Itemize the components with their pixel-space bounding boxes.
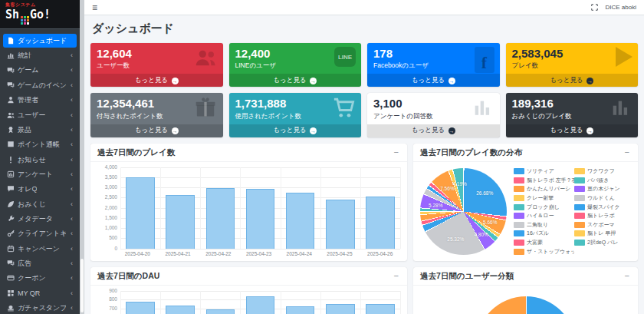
line-icon: LINE — [334, 47, 356, 67]
hamburger-menu-icon[interactable]: ≡ — [92, 3, 97, 12]
legend-item[interactable]: 脳トレラボ — [574, 211, 631, 220]
card-header: 過去7日間のプレイ数の分布 − — [413, 144, 638, 162]
legend-item[interactable]: ブロック崩し — [514, 203, 574, 212]
sidebar-item-label: オレQ — [18, 185, 37, 193]
charts-row-2: 過去7日間のDAU − 9008007006005004003002001000… — [90, 267, 638, 314]
chevron-left-icon: ‹ — [69, 66, 73, 74]
legend-label: 脳トレラボ 左手？右手？ — [527, 177, 574, 184]
legend-item[interactable]: ハイ＆ロー — [514, 211, 574, 220]
navbar-right: DICE aboki — [591, 4, 636, 11]
sidebar-item[interactable]: メタデータ‹ — [3, 212, 77, 226]
more-link[interactable]: もっと見る → — [90, 124, 223, 137]
sidebar-item[interactable]: おみくじ‹ — [3, 197, 77, 211]
sidebar-item[interactable]: 広告‹ — [3, 256, 77, 270]
plot-area — [120, 291, 400, 314]
more-link[interactable]: もっと見る → — [90, 74, 223, 87]
bar — [366, 197, 395, 249]
brand-logo[interactable]: 集客システム ShGo! — [0, 0, 80, 29]
sidebar-item[interactable]: クライアントキー‹ — [3, 226, 77, 240]
chevron-left-icon: ‹ — [69, 81, 73, 89]
sidebar-item-label: ポイント通帳 — [18, 140, 60, 148]
legend-item[interactable]: 16パズル — [514, 230, 574, 239]
sidebar-item[interactable]: オレQ‹ — [3, 182, 77, 196]
sidebar-item[interactable]: 統計‹ — [3, 48, 77, 62]
legend-item[interactable]: 豆の木ジャン — [574, 185, 631, 194]
pie-percent-label: 4.19% — [452, 180, 466, 186]
sidebar-item[interactable]: 管理者‹ — [3, 93, 77, 107]
sidebar-item-label: 管理者 — [18, 96, 38, 104]
more-link[interactable]: もっと見る → — [367, 74, 500, 87]
pie-percent-label: 7.56% — [440, 185, 454, 190]
legend-item[interactable]: ワクワクフ — [574, 167, 631, 177]
legend-item[interactable]: ソリティア — [514, 167, 574, 177]
collapse-icon[interactable]: − — [623, 272, 631, 280]
x-tick-label: 2025-04-24 — [279, 251, 320, 256]
pie-percent-label: 5.28% — [429, 202, 442, 207]
legend-item[interactable]: スケボーマ — [574, 220, 631, 230]
page-title: ダッシュボード — [92, 21, 638, 36]
card-header: 過去7日間のユーザー分類 − — [413, 267, 638, 286]
users-icon — [193, 47, 218, 68]
legend-item[interactable]: 脳トレラボ 左手？右手？ — [514, 176, 574, 185]
sidebar-item[interactable]: ポイント通帳‹ — [3, 137, 77, 151]
sidebar-scrollbar[interactable] — [80, 0, 84, 314]
more-link[interactable]: もっと見る → — [229, 74, 362, 87]
collapse-icon[interactable]: − — [393, 148, 400, 157]
legend-item[interactable]: 2択deQ バレ — [574, 238, 631, 247]
y-axis: 4,0003,5003,0002,5002,0001,5001,0005000 — [97, 167, 120, 249]
collapse-icon[interactable]: − — [623, 148, 631, 157]
bar — [286, 193, 315, 248]
legend-swatch — [514, 186, 524, 192]
legend-item[interactable]: ババ抜き — [574, 176, 631, 185]
legend-label: ザ・ストップウォッチ — [527, 248, 574, 256]
legend-item[interactable]: 二角取り — [514, 220, 574, 230]
collapse-icon[interactable]: − — [393, 272, 400, 280]
pie-percent-label: 26.68% — [476, 190, 493, 195]
sidebar-item[interactable]: お知らせ‹ — [3, 153, 77, 167]
sidebar-item-label: クーポン — [18, 274, 46, 282]
sidebar-item[interactable]: クーポン‹ — [3, 271, 77, 285]
sidebar-item[interactable]: ユーザー‹ — [3, 108, 77, 122]
file-icon — [7, 37, 15, 45]
legend-item[interactable]: 脳トレ 早押 — [574, 230, 631, 239]
legend-item[interactable]: 爆裂スパイク — [574, 203, 631, 212]
sidebar-item[interactable]: アンケート‹ — [3, 167, 77, 181]
legend-item[interactable]: ウルドくん — [574, 193, 631, 203]
chevron-left-icon: ‹ — [69, 170, 73, 178]
x-tick-label: 2025-04-23 — [238, 251, 279, 256]
sidebar-item[interactable]: ガチャスタンプ‹ — [3, 301, 77, 314]
sidebar-scrollbar-thumb[interactable] — [80, 259, 84, 312]
chevron-left-icon: ‹ — [69, 96, 73, 104]
sidebar-item-label: ゲーム — [18, 66, 38, 74]
sidebar-item[interactable]: 景品‹ — [3, 123, 77, 137]
user-name[interactable]: DICE aboki — [606, 4, 636, 11]
sidebar-item[interactable]: ゲームのイベント‹ — [3, 78, 77, 92]
legend-item[interactable]: ザ・ストップウォッチ — [514, 247, 574, 256]
legend-item[interactable]: かんたんリバーシ — [514, 185, 574, 194]
sidebar-item[interactable]: MY QR‹ — [3, 286, 77, 300]
sidebar-item[interactable]: ダッシュボード — [3, 34, 77, 48]
legend-item[interactable]: 大富豪 — [514, 238, 574, 247]
user-classification-pie-card: 過去7日間のユーザー分類 − — [413, 267, 638, 314]
legend-swatch — [514, 195, 524, 201]
dau-bar-chart-card: 過去7日間のDAU − 9008007006005004003002001000… — [90, 267, 407, 314]
more-link[interactable]: もっと見る → — [229, 124, 362, 137]
bchart-icon — [608, 97, 632, 118]
sidebar-item-label: アンケート — [18, 170, 53, 178]
more-link[interactable]: もっと見る → — [506, 74, 639, 87]
logo-mosaic-icon — [21, 16, 29, 25]
more-link[interactable]: もっと見る → — [367, 124, 500, 137]
sidebar-item[interactable]: ゲーム‹ — [3, 63, 77, 77]
cardpay-icon — [7, 274, 15, 282]
more-link[interactable]: もっと見る → — [506, 124, 639, 137]
arrow-circle-right-icon: → — [172, 127, 179, 134]
fullscreen-icon[interactable] — [591, 4, 598, 11]
legend-swatch — [514, 240, 524, 246]
sidebar-item[interactable]: キャンペーン‹ — [3, 242, 77, 256]
poll-icon — [7, 170, 15, 178]
sidebar-item-label: お知らせ — [18, 156, 46, 164]
bar — [286, 306, 315, 314]
legend-item[interactable]: クレー射撃 — [514, 193, 574, 203]
key-icon — [7, 230, 15, 237]
arrow-circle-right-icon: → — [449, 127, 455, 134]
